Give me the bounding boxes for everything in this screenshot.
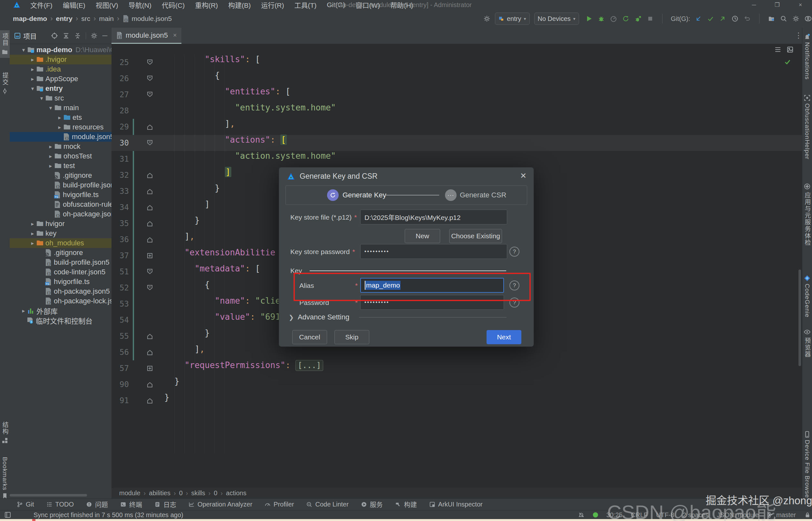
tool-window-button-构建[interactable]: 构建 xyxy=(395,500,417,509)
fold-marker-open-icon[interactable] xyxy=(146,59,153,66)
tool-window-button-todo[interactable]: TODO xyxy=(46,501,74,508)
menu-item[interactable]: 运行(R) xyxy=(256,0,289,10)
tool-window-tab-obfuscationhelper[interactable]: ObfuscationHelper xyxy=(802,92,812,162)
file-type[interactable]: JSON: module xyxy=(717,511,759,519)
tree-item-临时文件和控制台[interactable]: 临时文件和控制台 xyxy=(10,316,128,325)
code-line-27[interactable]: 27 "entities": [ xyxy=(111,87,802,103)
chevron-right-icon[interactable]: ▸ xyxy=(47,143,54,150)
inspections-ok-check-icon[interactable] xyxy=(784,58,791,65)
breadcrumb-item[interactable]: entry xyxy=(56,15,72,23)
chevron-right-icon[interactable]: ▸ xyxy=(20,308,27,314)
fold-marker-close-icon[interactable] xyxy=(146,236,153,243)
line-separator[interactable]: CRLF xyxy=(631,511,648,519)
editor-breadcrumb-item[interactable]: module xyxy=(119,490,140,497)
bell-muted-icon[interactable] xyxy=(578,512,585,518)
code-line-90[interactable]: 90 } xyxy=(111,377,802,392)
chevron-right-icon[interactable]: ▸ xyxy=(56,114,63,121)
tool-window-tab-预览器[interactable]: 预览器 xyxy=(802,326,812,360)
tool-window-tab-bookmarks[interactable]: Bookmarks xyxy=(0,454,10,502)
fold-marker-close-icon[interactable] xyxy=(146,397,153,404)
settings-gear-icon[interactable] xyxy=(792,15,799,22)
fold-marker-open-icon[interactable] xyxy=(146,75,153,82)
settings-sync-gear-icon[interactable] xyxy=(483,15,490,22)
breadcrumb-item[interactable]: map-demo xyxy=(13,15,47,23)
stop-icon[interactable] xyxy=(647,15,654,22)
git-branch-widget[interactable]: master xyxy=(767,511,796,519)
locate-file-icon[interactable] xyxy=(51,32,58,39)
tool-window-tab-结构[interactable]: 结构 xyxy=(0,419,10,447)
update-pull-icon[interactable] xyxy=(695,15,702,22)
tool-window-button-profiler[interactable]: Profiler xyxy=(265,501,294,508)
code-line-30[interactable]: 30 "actions": [ xyxy=(111,135,802,151)
rerun-icon[interactable] xyxy=(622,15,629,22)
tab-module-json5[interactable]: {} module.json5 × xyxy=(111,28,181,44)
close-button[interactable]: × xyxy=(789,0,812,10)
tool-window-tab-device-file-browser[interactable]: Device File Browser xyxy=(802,428,812,503)
tool-window-button-日志[interactable]: 日志 xyxy=(154,500,176,509)
code-line-28[interactable]: 28 "entity.system.home" xyxy=(111,103,802,119)
lock-icon[interactable] xyxy=(804,512,811,518)
fold-marker-close-icon[interactable] xyxy=(146,333,153,340)
debug-attach-icon[interactable] xyxy=(634,15,641,22)
keystore-file-input[interactable]: D:\2025年Blog\Keys\MyKey.p12 xyxy=(360,210,507,224)
fold-marker-close-icon[interactable] xyxy=(146,123,153,130)
skip-button[interactable]: Skip xyxy=(334,330,369,344)
commit-check-icon[interactable] xyxy=(707,15,714,22)
push-icon[interactable] xyxy=(719,15,726,22)
editor-breadcrumb-item[interactable]: skills xyxy=(191,490,205,497)
tool-window-tab-提交[interactable]: 提交 xyxy=(0,70,10,97)
breadcrumb-file[interactable]: module.json5 xyxy=(131,15,172,23)
editor-breadcrumb-item[interactable]: abilities xyxy=(149,490,171,497)
panel-horizontal-scrollbar[interactable] xyxy=(10,494,87,497)
fold-marker-plus-icon[interactable] xyxy=(146,252,153,259)
collapse-all-icon[interactable] xyxy=(74,32,81,39)
fold-marker-open-icon[interactable] xyxy=(146,284,153,291)
chevron-right-icon[interactable]: ▸ xyxy=(29,66,36,73)
play-icon[interactable] xyxy=(586,15,593,22)
caret-position[interactable]: 30:25 xyxy=(607,511,622,519)
tool-window-tab-应用与元服务体检[interactable]: 应用与元服务体检 xyxy=(802,180,812,249)
menu-item[interactable]: 编辑(E) xyxy=(58,0,91,10)
editor-breadcrumb-item[interactable]: actions xyxy=(226,490,246,497)
fold-marker-close-icon[interactable] xyxy=(146,349,153,356)
fold-marker-close-icon[interactable] xyxy=(146,172,153,179)
chevron-right-icon[interactable]: ▸ xyxy=(56,124,63,131)
chevron-down-icon[interactable]: ▾ xyxy=(47,105,54,111)
tool-window-button-服务[interactable]: 服务 xyxy=(361,500,383,509)
fold-marker-open-icon[interactable] xyxy=(146,139,153,146)
fold-marker-open-icon[interactable] xyxy=(146,91,153,98)
next-button[interactable]: Next xyxy=(486,330,521,344)
expand-all-icon[interactable] xyxy=(63,32,70,39)
choose-existing-button[interactable]: Choose Existing xyxy=(449,229,502,243)
debug-bug-icon[interactable] xyxy=(598,15,605,22)
tree-item-外部库[interactable]: ▸外部库 xyxy=(10,306,122,316)
device-selector[interactable]: No Devices ▾ xyxy=(534,13,579,25)
tool-window-tab-codegenie[interactable]: CodeGenie xyxy=(802,272,812,320)
file-encoding[interactable]: UTF-8 xyxy=(656,511,675,519)
advance-setting-toggle[interactable]: ❯ Advance Setting xyxy=(289,313,349,321)
keystore-password-help-icon[interactable]: ? xyxy=(509,247,520,257)
chevron-down-icon[interactable]: ▾ xyxy=(38,95,45,102)
step-generate-key-label[interactable]: Generate Key xyxy=(343,191,386,199)
rollback-icon[interactable] xyxy=(744,15,751,22)
fold-marker-plus-icon[interactable] xyxy=(146,365,153,372)
editor-scrollbar[interactable] xyxy=(798,270,801,366)
menu-item[interactable]: 视图(V) xyxy=(91,0,124,10)
editor-breadcrumb-item[interactable]: 0 xyxy=(179,490,183,497)
code-line-91[interactable]: 91} xyxy=(111,392,802,409)
code-line-31[interactable]: 31 "action.system.home" xyxy=(111,151,802,167)
chevron-right-icon[interactable]: ▸ xyxy=(29,240,36,247)
code-line-29[interactable]: 29 ], xyxy=(111,119,802,135)
account-icon[interactable] xyxy=(805,15,812,22)
editor-preview-image-icon[interactable] xyxy=(787,46,794,53)
menu-item[interactable]: 导航(N) xyxy=(124,0,157,10)
profiler-icon[interactable] xyxy=(610,15,617,22)
tool-window-tab-notifications[interactable]: Notifications xyxy=(802,30,812,83)
code-line-25[interactable]: 25 "skills": [ xyxy=(111,54,802,70)
menu-item[interactable]: 文件(F) xyxy=(25,0,58,10)
menu-item[interactable]: 代码(C) xyxy=(157,0,190,10)
project-structure-icon[interactable] xyxy=(768,15,775,22)
chevron-right-icon[interactable]: ▸ xyxy=(47,163,54,169)
maximize-button[interactable]: ❐ xyxy=(766,0,789,10)
breadcrumb-item[interactable]: main xyxy=(99,15,114,23)
